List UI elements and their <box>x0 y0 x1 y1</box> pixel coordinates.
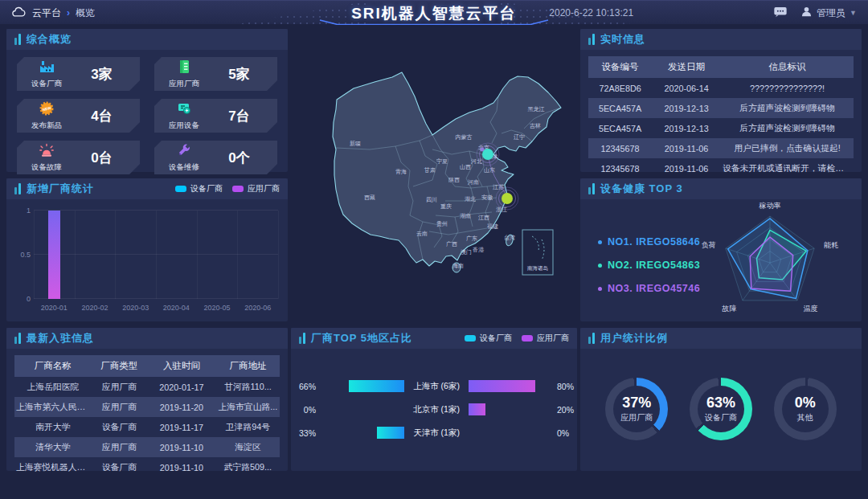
legend-swatch <box>175 186 186 192</box>
stat-label: 设备故障 <box>31 162 62 173</box>
stat-value: 0个 <box>207 149 271 167</box>
stat-value: 3家 <box>70 65 133 84</box>
panel-title-icon <box>588 34 595 45</box>
app-vendor-bar[interactable] <box>469 380 535 392</box>
table-row[interactable]: 5ECA457A2019-12-13后方超声波检测到障碍物 <box>588 98 854 118</box>
table-cell: 设备厂商 <box>92 417 147 437</box>
panel-user-ratio-header: 用户统计比例 <box>580 328 862 349</box>
stat-card-wrench[interactable]: 设备维修0个 <box>154 141 277 174</box>
province-label-河南: 河南 <box>467 179 479 186</box>
legend-item[interactable]: 设备厂商 <box>465 333 512 344</box>
stat-icon-wrap: 设备维修 <box>161 142 207 173</box>
panel-region-share-header: 厂商TOP 5地区占比 设备厂商应用厂商 <box>291 328 577 349</box>
legend-item[interactable]: 应用厂商 <box>232 183 280 194</box>
y-tick-label: 1 <box>10 207 31 215</box>
table-header-row: 设备编号发送日期信息标识 <box>588 56 854 78</box>
panel-user-ratio: 用户统计比例 37%应用厂商63%设备厂商0%其他 <box>580 328 862 471</box>
table-cell: 上海市宜山路... <box>216 397 280 417</box>
stat-icon-wrap: NEW发布新品 <box>23 100 70 131</box>
column-header: 厂商地址 <box>216 355 280 377</box>
panel-realtime: 实时信息 设备编号发送日期信息标识72A8E8D62020-06-14?????… <box>580 29 862 172</box>
x-tick-label: 2020-01 <box>34 304 75 315</box>
dashboard-screen: 云平台 › 概览 SRI机器人智慧云平台 2020-6-22 10:13:21 … <box>0 0 868 499</box>
region-row: 33%天津市 (1家)0% <box>293 421 575 444</box>
table-cell: 2019-11-20 <box>147 397 216 417</box>
province-label-吉林: 吉林 <box>530 123 541 129</box>
x-tick-label: 2020-03 <box>115 304 156 315</box>
app-doc-icon <box>175 59 193 78</box>
header-right: 2020-6-22 10:13:21 管理员 ▼ <box>549 1 857 25</box>
table-cell: 应用厂商 <box>92 397 147 417</box>
panel-overview: 综合概览 设备厂商3家应用厂商5家NEW发布新品4台应用设备7台设备故障0台设备… <box>6 29 288 172</box>
device-vendor-bar[interactable] <box>377 427 404 439</box>
table-row[interactable]: 上海岳阳医院应用厂商2020-01-17甘河路110... <box>14 377 280 397</box>
datetime: 2020-6-22 10:13:21 <box>549 7 633 18</box>
panel-latest-entries-header: 最新入驻信息 <box>6 328 288 349</box>
province-label-福建: 福建 <box>487 223 498 230</box>
grid-line <box>278 211 279 299</box>
device-icon <box>175 100 193 120</box>
stat-icon-wrap: 应用厂商 <box>161 59 207 89</box>
alarm-icon <box>38 142 55 162</box>
x-tick-label: 2020-06 <box>237 304 278 315</box>
column-header: 厂商类型 <box>92 355 147 377</box>
donut-label: 设备厂商 <box>705 412 737 423</box>
table-row[interactable]: 123456782019-11-06设备未开机或通讯断开，请检查设备情况! <box>588 158 854 178</box>
radar-axis-label: 负荷 <box>702 241 716 249</box>
legend-swatch <box>232 186 244 192</box>
donut-其他: 0%其他 <box>774 378 837 440</box>
province-label-内蒙古: 内蒙古 <box>456 134 473 141</box>
stat-card-device[interactable]: 应用设备7台 <box>154 99 277 133</box>
table-cell: 2019-12-13 <box>652 98 721 118</box>
stat-card-app-doc[interactable]: 应用厂商5家 <box>154 57 277 91</box>
table-row[interactable]: 123456782019-11-06用户已摔倒，点击确认提起! <box>588 138 854 158</box>
table-row[interactable]: 上海赛悦机器人科...设备厂商2019-11-10武宁路509... <box>14 457 280 477</box>
stat-card-new-badge[interactable]: NEW发布新品4台 <box>17 99 140 133</box>
table-row[interactable]: 5ECA457A2019-12-13后方超声波检测到障碍物 <box>588 118 854 138</box>
region-row: 66%上海市 (6家)80% <box>293 374 575 398</box>
bar-chart-x-axis: 2020-012020-022020-032020-042020-052020-… <box>34 304 278 315</box>
device-vendor-bar[interactable] <box>349 380 404 392</box>
donut-设备厂商: 63%设备厂商 <box>690 378 752 440</box>
table-cell: 12345678 <box>588 158 652 178</box>
bullet-icon <box>598 240 602 244</box>
stat-card-alarm[interactable]: 设备故障0台 <box>17 141 140 174</box>
right-bar-track <box>469 403 552 415</box>
message-icon[interactable] <box>773 6 788 21</box>
legend-item[interactable]: 应用厂商 <box>522 333 569 344</box>
panel-user-ratio-title: 用户统计比例 <box>600 331 668 346</box>
shanghai-marker[interactable] <box>502 193 513 204</box>
grid-line <box>237 211 238 299</box>
table-row[interactable]: 72A8E8D62020-06-14???????????????! <box>588 78 854 98</box>
panel-title-icon <box>14 34 21 45</box>
table-cell: 应用厂商 <box>92 437 147 457</box>
legend-item[interactable]: 设备厂商 <box>175 183 223 194</box>
table-cell: 武宁路509... <box>216 457 280 477</box>
legend-label: 应用厂商 <box>537 333 569 344</box>
beijing-tianjin-marker[interactable] <box>482 149 493 160</box>
province-label-安徽: 安徽 <box>481 194 493 201</box>
bar-应用厂商[interactable] <box>48 211 60 299</box>
stat-card-factory[interactable]: 设备厂商3家 <box>17 57 140 91</box>
admin-menu[interactable]: 管理员 ▼ <box>800 6 857 20</box>
grid-line <box>197 211 198 299</box>
stat-label: 发布新品 <box>31 121 62 131</box>
chevron-down-icon: ▼ <box>850 9 857 17</box>
table-cell: 2019-11-10 <box>147 457 216 477</box>
china-map: 新疆西藏青海甘肃宁夏内蒙古黑龙江吉林辽宁北京天津河北山西山东陕西河南江苏安徽四川… <box>291 29 577 321</box>
column-header: 信息标识 <box>721 56 854 78</box>
table-row[interactable]: 上海市第六人民医...应用厂商2019-11-20上海市宜山路... <box>14 397 280 417</box>
table-row[interactable]: 南开大学设备厂商2019-11-17卫津路94号 <box>14 417 280 437</box>
y-tick-label: 0 <box>10 295 31 303</box>
stat-value: 7台 <box>207 107 271 125</box>
donut-text: 0%其他 <box>774 378 837 440</box>
panel-overview-title: 综合概览 <box>27 32 72 47</box>
table-cell: 2019-12-13 <box>652 118 721 138</box>
region-chart-legend: 设备厂商应用厂商 <box>465 333 569 344</box>
stat-label: 设备厂商 <box>31 79 62 89</box>
donut-value: 63% <box>706 395 735 411</box>
app-vendor-bar[interactable] <box>469 403 485 415</box>
province-label-山东: 山东 <box>484 167 495 173</box>
table-row[interactable]: 清华大学应用厂商2019-11-10海淀区 <box>14 437 280 457</box>
legend-swatch <box>465 335 476 342</box>
